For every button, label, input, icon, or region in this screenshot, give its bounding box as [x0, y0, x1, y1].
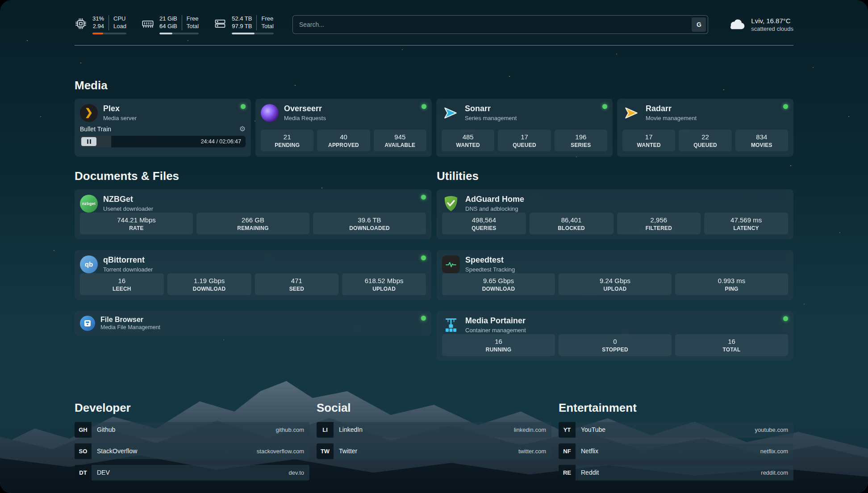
pause-button[interactable] — [81, 137, 96, 146]
app-name: Media Portainer — [465, 316, 526, 326]
bookmark-group-entertainment: Entertainment YT YouTube youtube.com NF … — [559, 401, 793, 480]
app-card-portainer[interactable]: Media Portainer Container management 16 … — [437, 311, 793, 361]
stat: 196 SERIES — [555, 130, 607, 151]
app-subtitle: Container management — [465, 327, 526, 334]
search-input[interactable] — [292, 15, 708, 34]
stat-label: UPLOAD — [344, 286, 424, 292]
bookmark-stackoverflow[interactable]: SO StackOverflow stackoverflow.com — [75, 443, 309, 459]
app-card-filebrowser[interactable]: File Browser Media File Management — [75, 311, 431, 336]
bookmark-youtube[interactable]: YT YouTube youtube.com — [559, 422, 793, 438]
app-name: Speedtest — [465, 255, 515, 265]
cpu-metric: 31% 2.94 CPU Load — [75, 15, 126, 34]
documents-section-title: Documents & Files — [75, 169, 431, 183]
app-card-radarr[interactable]: Radarr Movie management 17 WANTED 22 QUE… — [617, 99, 793, 157]
app-name: File Browser — [100, 316, 160, 324]
filebrowser-icon — [80, 316, 95, 331]
stat-value: 21 — [263, 133, 312, 141]
disk-metric-text: 52.4 TB 97.9 TB Free Total — [232, 15, 274, 30]
card-header: AdGuard Home DNS and adblocking — [442, 195, 788, 213]
app-titles: NZBGet Usenet downloader — [103, 195, 153, 212]
social-section-title: Social — [317, 401, 551, 415]
media-grid: ❯ Plex Media server Bullet Train ⚙ — [75, 99, 793, 157]
weather-location: Lviv, 16.87°C — [751, 17, 793, 25]
app-titles: AdGuard Home DNS and adblocking — [465, 195, 524, 212]
media-section-title: Media — [75, 79, 793, 92]
playback-bar[interactable]: 24:44 / 02:06:47 — [80, 136, 246, 147]
stat: 39.6 TB DOWNLOADED — [313, 213, 426, 234]
cpu-load-value: 2.94 — [93, 23, 104, 30]
stat: 9.24 Gbps UPLOAD — [559, 273, 672, 295]
bookmark-twitter[interactable]: TW Twitter twitter.com — [317, 443, 551, 459]
bookmark-linkedin[interactable]: LI LinkedIn linkedin.com — [317, 422, 551, 438]
ram-metric-text: 21 GiB 64 GiB Free Total — [159, 15, 199, 30]
stat-label: AVAILABLE — [376, 142, 425, 148]
stat-label: MOVIES — [737, 142, 786, 148]
stat-label: TOTAL — [677, 347, 786, 353]
cpu-progress-bar — [92, 33, 126, 34]
app-card-sonarr[interactable]: Sonarr Series management 485 WANTED 17 Q… — [436, 99, 613, 157]
dashboard: 31% 2.94 CPU Load — [0, 0, 868, 493]
netflix-badge-icon: NF — [559, 443, 576, 459]
stat: 498,564 QUERIES — [442, 213, 526, 234]
documents-column: Documents & Files nzbget NZBGet Usenet d… — [75, 169, 431, 336]
stat: 16 TOTAL — [675, 334, 788, 356]
stat: 17 WANTED — [622, 130, 675, 151]
bookmark-dev[interactable]: DT DEV dev.to — [75, 465, 309, 480]
system-metrics: 31% 2.94 CPU Load — [75, 15, 274, 34]
disk-free: 52.4 TB — [232, 15, 252, 23]
stat-value: 834 — [737, 133, 786, 141]
bookmark-url: github.com — [275, 426, 304, 433]
ram-metric: 21 GiB 64 GiB Free Total — [142, 15, 199, 34]
disk-label2: Total — [261, 23, 273, 30]
status-dot — [421, 255, 426, 260]
plex-chevron-icon: ❯ — [85, 108, 93, 117]
app-card-speedtest[interactable]: Speedtest Speedtest Tracking 9.65 Gbps D… — [437, 250, 793, 300]
disk-icon — [214, 17, 226, 32]
stat-label: RUNNING — [444, 347, 553, 353]
app-subtitle: DNS and adblocking — [465, 205, 524, 212]
status-dot — [421, 316, 426, 321]
now-playing-row: Bullet Train ⚙ — [80, 125, 246, 133]
app-card-nzbget[interactable]: nzbget NZBGet Usenet downloader 744.21 M… — [75, 189, 431, 239]
status-dot — [241, 104, 246, 109]
app-card-overseerr[interactable]: Overseerr Media Requests 21 PENDING 40 A… — [255, 99, 432, 157]
bookmark-url: dev.to — [289, 469, 304, 476]
app-card-plex[interactable]: ❯ Plex Media server Bullet Train ⚙ — [75, 99, 251, 157]
stat-value: 498,564 — [444, 216, 524, 224]
stat: 16 RUNNING — [442, 334, 555, 356]
stats-row: 744.21 Mbps RATE 266 GB REMAINING 39.6 T… — [80, 213, 426, 234]
disk-metric-body: 52.4 TB 97.9 TB Free Total — [232, 15, 274, 34]
disk-total: 97.9 TB — [232, 23, 252, 30]
bookmark-reddit[interactable]: RE Reddit reddit.com — [559, 465, 793, 480]
app-subtitle: Torrent downloader — [103, 266, 153, 273]
stat-label: UPLOAD — [560, 286, 670, 292]
stat-label: FILTERED — [619, 225, 699, 231]
cpu-chip-icon — [75, 17, 87, 32]
stat-value: 86,401 — [531, 216, 612, 224]
gear-icon[interactable]: ⚙ — [239, 125, 246, 133]
stat: 17 QUEUED — [498, 130, 551, 151]
stat: 9.65 Gbps DOWNLOAD — [442, 273, 555, 295]
app-name: qBittorrent — [103, 255, 153, 265]
stat-label: DOWNLOADED — [315, 225, 424, 231]
app-name: Sonarr — [465, 104, 517, 113]
stat: 618.52 Mbps UPLOAD — [342, 273, 426, 295]
weather-text: Lviv, 16.87°C scattered clouds — [751, 17, 793, 32]
cloud-icon — [727, 17, 746, 32]
app-name: AdGuard Home — [465, 195, 524, 204]
app-card-qbittorrent[interactable]: qb qBittorrent Torrent downloader 16 LEE… — [75, 250, 431, 300]
stat-label: SERIES — [556, 142, 605, 148]
bookmark-github[interactable]: GH Github github.com — [75, 422, 309, 438]
stat-value: 22 — [680, 133, 730, 141]
developer-section-title: Developer — [75, 401, 309, 415]
entertainment-section-title: Entertainment — [559, 401, 793, 415]
app-name: Radarr — [646, 104, 697, 113]
bookmark-netflix[interactable]: NF Netflix netflix.com — [559, 443, 793, 459]
stat-value: 39.6 TB — [315, 216, 424, 224]
ram-icon — [142, 17, 154, 32]
stat-value: 471 — [257, 277, 337, 284]
app-card-adguard[interactable]: AdGuard Home DNS and adblocking 498,564 … — [437, 189, 793, 239]
search-engine-button[interactable]: G — [692, 17, 706, 32]
stat: 945 AVAILABLE — [374, 130, 426, 151]
app-subtitle: Speedtest Tracking — [465, 266, 515, 273]
